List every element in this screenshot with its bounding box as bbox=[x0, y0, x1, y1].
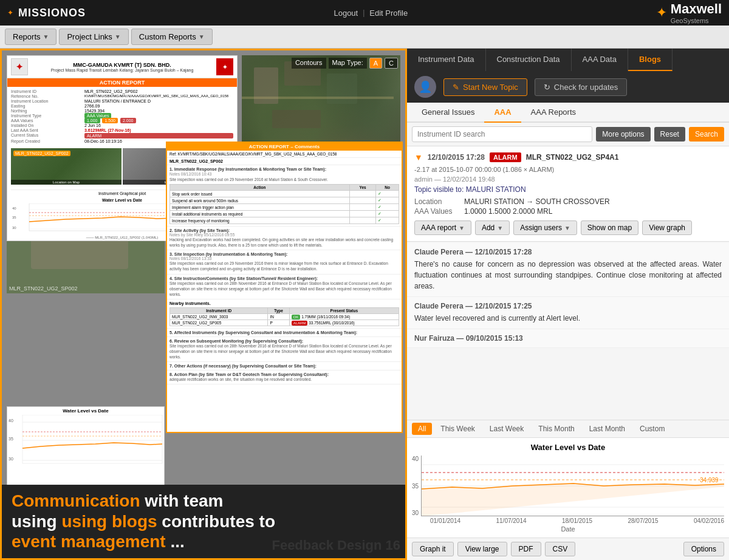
entry-details: Location MALURI STATION → SOUTH CROSSOVE… bbox=[414, 197, 722, 216]
doc-logo: ✦ bbox=[11, 58, 28, 75]
instrument-graph-area: Water Level vs Date 40 35 30 bbox=[7, 406, 165, 485]
aaa-report-button[interactable]: AAA report ▼ bbox=[414, 220, 471, 235]
custom-reports-button[interactable]: Custom Reports ▼ bbox=[131, 29, 213, 45]
svg-rect-11 bbox=[327, 73, 357, 104]
aaa-value: 1.000 1.500 2.000 bbox=[84, 118, 233, 123]
action-section4: 4. Site Instruction/Comments (by Site St… bbox=[167, 275, 402, 299]
ctab-last-week[interactable]: Last Week bbox=[484, 423, 530, 435]
options-button[interactable]: Options bbox=[683, 542, 724, 556]
subtab-aaa[interactable]: AAA bbox=[484, 103, 521, 123]
navbar: Reports ▼ Project Links ▼ Custom Reports… bbox=[0, 26, 729, 49]
tab-aaa-data[interactable]: AAA Data bbox=[572, 49, 628, 71]
contours-label: Contours bbox=[292, 58, 326, 69]
action3: Implement alarm trigger action plan bbox=[170, 204, 350, 211]
view-graph-button[interactable]: View graph bbox=[642, 220, 692, 235]
x-axis-label: Date bbox=[412, 525, 724, 533]
reports-button[interactable]: Reports ▼ bbox=[5, 29, 56, 45]
csv-button[interactable]: CSV bbox=[545, 542, 576, 556]
add-arrow-icon: ▼ bbox=[497, 225, 503, 231]
maxwell-star-icon: ✦ bbox=[656, 5, 667, 21]
graph-canvas: 40 35 30 bbox=[7, 415, 164, 476]
doc-grid: Instrument ID MLR_STN022_UG2_SP002 Refer… bbox=[7, 87, 237, 146]
action-report-title: ACTION REPORT – Comments bbox=[167, 143, 402, 151]
map-type-c-button[interactable]: C bbox=[385, 58, 398, 69]
tab-blogs[interactable]: Blogs bbox=[628, 49, 673, 71]
easting-label: Easting bbox=[11, 104, 84, 108]
map-type-a-button[interactable]: A bbox=[369, 58, 382, 69]
chart-body: Water Level vs Date 40 35 30 Water Level… bbox=[407, 438, 729, 538]
comment-text-2: Water level recovered and is currently a… bbox=[414, 313, 722, 324]
search-button[interactable]: Search bbox=[689, 127, 724, 142]
show-on-map-button[interactable]: Show on map bbox=[581, 220, 638, 235]
ctab-this-month[interactable]: This Month bbox=[532, 423, 580, 435]
svg-text:40: 40 bbox=[12, 207, 16, 210]
instrument-id-search-input[interactable] bbox=[412, 126, 592, 142]
comment-author-1: Claude Perera — 12/10/2015 17:28 bbox=[414, 248, 722, 256]
comment-author-3: Nur Fairuza — 09/10/2015 15:13 bbox=[414, 334, 722, 343]
svg-text:34.939: 34.939 bbox=[700, 477, 719, 483]
expand-icon[interactable]: ▼ bbox=[414, 152, 423, 162]
map-marker: MLR_STN022_UG2_SP002 bbox=[13, 151, 70, 156]
subtab-general-issues[interactable]: General Issues bbox=[412, 103, 484, 123]
custom-reports-arrow-icon: ▼ bbox=[199, 33, 205, 40]
tab-construction-data[interactable]: Construction Data bbox=[486, 49, 572, 71]
right-panel: Instrument Data Construction Data AAA Da… bbox=[407, 49, 729, 560]
view-large-button[interactable]: View large bbox=[457, 542, 507, 556]
logo-area: ✦ MISSIONOS bbox=[7, 7, 86, 19]
nearby-instruments: Nearby instruments. Instrument ID Type P… bbox=[167, 299, 402, 329]
location-value: MALURI STATION / ENTRANCE D bbox=[84, 99, 233, 103]
event-management-text: event management bbox=[12, 532, 166, 551]
action-report-ref: Ref: KVMRT/MG/SBK/UG2/MALS/AAA/GEO/KVMRT… bbox=[167, 151, 402, 158]
action-section7: 7. Other Actions (if necessary) (by Supe… bbox=[167, 362, 402, 370]
add-button[interactable]: Add ▼ bbox=[475, 220, 510, 235]
project-links-arrow-icon: ▼ bbox=[115, 33, 121, 40]
doc-logo-right: ✦ bbox=[216, 58, 233, 75]
current-status-value: ALARM bbox=[84, 133, 233, 138]
comment-3: Nur Fairuza — 09/10/2015 15:13 bbox=[407, 329, 729, 348]
ref-label: Reference No. bbox=[11, 94, 84, 98]
installed-on-value: 2 Jun 16 bbox=[84, 123, 233, 128]
instrument-id-label: Instrument ID bbox=[11, 89, 84, 94]
blog-entry-1: ▼ 12/10/2015 17:28 ALARM MLR_STN022_UG2_… bbox=[407, 146, 729, 242]
last-aaa-value: 3.6129MRL (27-Nov-16) bbox=[84, 128, 233, 132]
action-section3: 3. Site Inspection (by Instrumentation &… bbox=[167, 250, 402, 274]
ctab-this-week[interactable]: This Week bbox=[434, 423, 481, 435]
star-icon: ✦ bbox=[7, 9, 13, 17]
report-created-label: Report Created bbox=[11, 139, 84, 143]
x-axis: 01/01/2014 11/07/2014 18/01/2015 28/07/2… bbox=[412, 517, 724, 524]
tab-instrument-data[interactable]: Instrument Data bbox=[407, 49, 486, 71]
ellipsis-text: ... bbox=[170, 532, 184, 551]
edit-profile-link[interactable]: Edit Profile bbox=[369, 9, 408, 18]
project-links-button[interactable]: Project Links ▼ bbox=[59, 29, 128, 45]
ctab-last-month[interactable]: Last Month bbox=[583, 423, 631, 435]
pdf-button[interactable]: PDF bbox=[511, 542, 541, 556]
ctab-all[interactable]: All bbox=[412, 423, 432, 435]
communication-text: Communication bbox=[12, 491, 140, 510]
pencil-icon: ✎ bbox=[453, 83, 459, 92]
logout-link[interactable]: Logout bbox=[334, 9, 358, 18]
ctab-custom[interactable]: Custom bbox=[634, 423, 671, 435]
map-controls: Contours Map Type: A C bbox=[292, 58, 398, 69]
graph-it-button[interactable]: Graph it bbox=[412, 542, 454, 556]
svg-text:40: 40 bbox=[9, 418, 13, 423]
comment-author-2: Claude Perera — 12/10/2015 17:25 bbox=[414, 302, 722, 310]
action-section1: 1. Immediate Response (by Instrumentatio… bbox=[167, 165, 402, 227]
comment-text-1: There's no cause for concern as no depre… bbox=[414, 259, 722, 292]
blog-feed: ▼ 12/10/2015 17:28 ALARM MLR_STN022_UG2_… bbox=[407, 146, 729, 420]
app-header: ✦ MISSIONOS Logout | Edit Profile ✦ Maxw… bbox=[0, 0, 729, 26]
start-new-topic-button[interactable]: ✎ Start New Topic bbox=[443, 78, 527, 96]
assign-users-arrow-icon: ▼ bbox=[564, 225, 570, 231]
check-updates-button[interactable]: ↻ Check for updates bbox=[535, 78, 628, 96]
chart-title: Water Level vs Date bbox=[412, 443, 724, 452]
subtab-aaa-reports[interactable]: AAA Reports bbox=[521, 103, 586, 123]
right-tabs: Instrument Data Construction Data AAA Da… bbox=[407, 49, 729, 71]
more-options-button[interactable]: More options bbox=[596, 127, 650, 142]
search-bar: More options Reset Search bbox=[407, 123, 729, 146]
svg-text:MLR_STN022_UG2_SP002: MLR_STN022_UG2_SP002 bbox=[9, 285, 78, 292]
reports-arrow-icon: ▼ bbox=[43, 33, 49, 40]
reset-button[interactable]: Reset bbox=[654, 127, 685, 142]
action-report-overlay: ACTION REPORT – Comments Ref: KVMRT/MG/S… bbox=[166, 142, 403, 433]
assign-users-button[interactable]: Assign users ▼ bbox=[513, 220, 577, 235]
comment-1: Claude Perera — 12/10/2015 17:28 There's… bbox=[407, 243, 729, 297]
instrument-type-label: Instrument Type bbox=[11, 114, 84, 118]
